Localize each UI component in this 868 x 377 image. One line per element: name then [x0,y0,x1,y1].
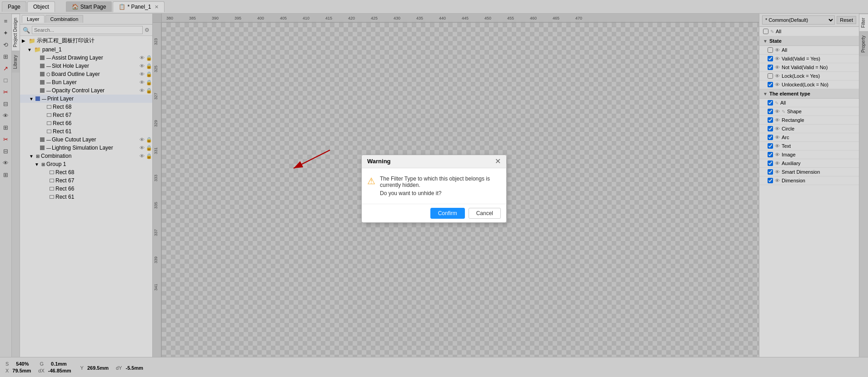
dialog-close-button[interactable]: ✕ [495,158,501,165]
dialog-message-line2: Do you want to unhide it? [380,190,501,196]
warning-dialog: Warning ✕ ⚠ The Filter Type to which thi… [361,155,507,223]
warning-icon: ⚠ [367,176,375,186]
dialog-title: Warning [367,158,391,165]
dialog-overlay: Warning ✕ ⚠ The Filter Type to which thi… [0,0,868,377]
cancel-button[interactable]: Cancel [469,208,501,219]
confirm-button[interactable]: Confirm [430,208,465,219]
dialog-message-line1: The Filter Type to which this object bel… [380,176,501,188]
